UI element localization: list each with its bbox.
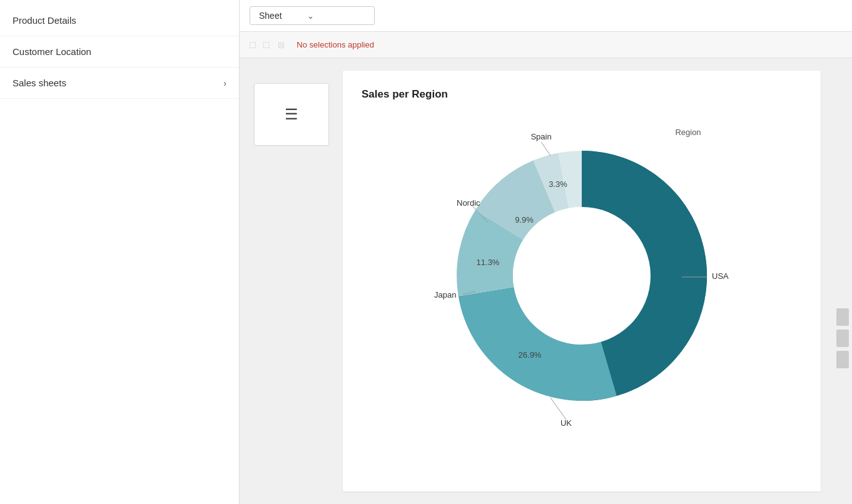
sidebar-item-sales-sheets[interactable]: Sales sheets › bbox=[0, 68, 239, 99]
scroll-indicators bbox=[833, 58, 852, 504]
chart-title: Sales per Region bbox=[362, 88, 802, 101]
spain-pct-label: 3.3% bbox=[549, 179, 567, 189]
nordic-region-label: Nordic bbox=[457, 198, 480, 208]
japan-pct-label: 11.3% bbox=[477, 258, 500, 267]
select-forward-icon[interactable]: □ bbox=[263, 39, 270, 51]
clear-selections-icon[interactable]: ⦻ bbox=[276, 39, 287, 51]
sheet-dropdown[interactable]: Sheet ⌄ bbox=[250, 6, 375, 25]
sidebar-item-customer-location[interactable]: Customer Location bbox=[0, 36, 239, 68]
chevron-right-icon: › bbox=[223, 78, 226, 88]
chevron-down-icon: ⌄ bbox=[307, 11, 314, 21]
hamburger-icon: ☰ bbox=[285, 107, 298, 122]
sidebar-item-label: Customer Location bbox=[13, 46, 91, 57]
donut-chart-svg: 45.5% 26.9% 11.3% 9.9% 3.3% USA UK Japan bbox=[419, 113, 744, 438]
main-content: Sheet ⌄ □ □ ⦻ No selections applied ☰ Sa… bbox=[240, 0, 852, 504]
sheet-dropdown-label: Sheet bbox=[259, 11, 282, 21]
toolbar: Sheet ⌄ bbox=[240, 0, 852, 32]
uk-pct-label: 26.9% bbox=[519, 350, 542, 360]
japan-region-label: Japan bbox=[434, 290, 456, 300]
scroll-indicator-2 bbox=[836, 330, 849, 347]
sidebar-item-product-details[interactable]: Product Details bbox=[0, 5, 239, 36]
no-selections-label: No selections applied bbox=[297, 40, 374, 49]
chart-area: Sales per Region bbox=[343, 71, 821, 491]
usa-pct-label: 45.5% bbox=[639, 437, 662, 438]
select-back-icon[interactable]: □ bbox=[250, 39, 256, 51]
sidebar-item-label: Product Details bbox=[13, 15, 76, 26]
content-area: ☰ Sales per Region bbox=[240, 58, 852, 504]
scroll-indicator-3 bbox=[836, 351, 849, 368]
usa-region-label: USA bbox=[712, 271, 729, 281]
menu-icon-box[interactable]: ☰ bbox=[254, 83, 329, 146]
sidebar-item-label: Sales sheets bbox=[13, 78, 66, 88]
spain-leader-line bbox=[541, 142, 550, 156]
uk-leader-line bbox=[550, 398, 566, 420]
sidebar: Product Details Customer Location Sales … bbox=[0, 0, 240, 504]
selection-bar: □ □ ⦻ No selections applied bbox=[240, 32, 852, 58]
scroll-indicator-1 bbox=[836, 308, 849, 326]
donut-chart-wrapper: 45.5% 26.9% 11.3% 9.9% 3.3% USA UK Japan bbox=[362, 113, 802, 438]
legend-title: Region bbox=[675, 128, 701, 137]
spain-region-label: Spain bbox=[530, 132, 551, 141]
uk-region-label: UK bbox=[560, 418, 572, 428]
menu-panel: ☰ bbox=[240, 58, 343, 504]
nordic-pct-label: 9.9% bbox=[515, 215, 534, 224]
donut-center bbox=[513, 207, 651, 345]
